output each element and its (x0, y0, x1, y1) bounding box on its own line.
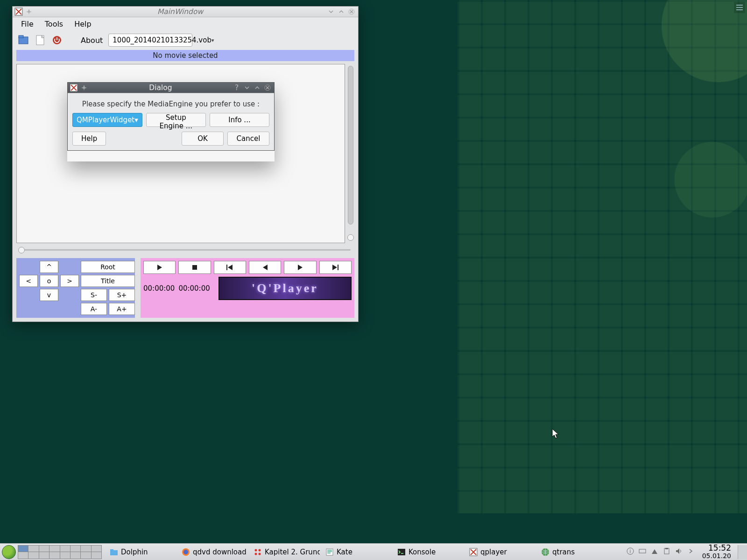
scrollbar-handle[interactable] (347, 234, 354, 241)
scrollbar-thumb[interactable] (348, 66, 353, 224)
x-icon (469, 548, 478, 556)
svg-point-15 (255, 549, 257, 551)
task-button-5[interactable]: qplayer (465, 546, 536, 559)
seek-knob[interactable] (18, 247, 25, 253)
task-button-4[interactable]: Konsole (393, 546, 464, 559)
rewind-button[interactable] (249, 261, 281, 274)
task-label: qdvd download | ... (193, 548, 248, 556)
system-tray: i (624, 547, 698, 557)
desktop-pager[interactable] (18, 545, 102, 559)
mouse-cursor (552, 428, 560, 440)
keyboard-tray-icon[interactable] (639, 547, 646, 557)
nav-ok[interactable]: o (40, 275, 58, 287)
nav-title[interactable]: Title (81, 275, 135, 287)
task-label: Dolphin (121, 548, 148, 556)
window-title: MainWindow (35, 7, 325, 16)
open-button[interactable] (16, 33, 30, 47)
forward-button[interactable] (284, 261, 316, 274)
main-titlebar[interactable]: MainWindow (13, 7, 358, 17)
menu-help[interactable]: Help (69, 18, 97, 30)
clock-time: 15:52 (702, 544, 731, 553)
clock-date: 05.01.20 (702, 553, 731, 560)
audio-plus[interactable]: A+ (109, 303, 135, 315)
task-button-6[interactable]: qtrans (537, 546, 608, 559)
chevron-down-icon: ▾ (134, 116, 138, 124)
nav-root[interactable]: Root (81, 261, 135, 273)
dialog-app-icon (70, 84, 78, 92)
ok-button[interactable]: OK (182, 132, 224, 146)
pin-icon[interactable] (26, 8, 32, 15)
engine-combobox[interactable]: QMPlayerWidget ▾ (72, 113, 142, 127)
help-button[interactable]: Help (72, 132, 106, 146)
clipboard-tray-icon[interactable] (663, 547, 670, 557)
application-launcher[interactable] (2, 545, 16, 559)
shade-up-icon[interactable] (253, 83, 262, 92)
play-button[interactable] (143, 261, 176, 274)
pin-icon[interactable] (81, 84, 87, 91)
stop-button[interactable] (178, 261, 211, 274)
file-combobox[interactable]: 1000_20140210133254.vob ▾ (108, 34, 192, 47)
tray-expand-icon[interactable] (687, 547, 695, 557)
nav-right[interactable]: > (60, 275, 79, 287)
svg-rect-25 (639, 549, 646, 553)
task-button-3[interactable]: Kate (321, 546, 392, 559)
chevron-down-icon: ▾ (211, 37, 214, 43)
close-icon[interactable] (263, 83, 272, 92)
dialog-title: Dialog (90, 84, 231, 92)
close-icon[interactable] (347, 7, 356, 16)
cancel-button[interactable]: Cancel (227, 132, 269, 146)
info-tray-icon[interactable]: i (627, 547, 634, 557)
nav-down[interactable]: v (40, 289, 58, 301)
playback-panel: 00:00:00 00:00:00 'Q'Player (141, 258, 354, 318)
info-button[interactable]: Info ... (210, 113, 269, 127)
prev-button[interactable] (214, 261, 246, 274)
subtitle-plus[interactable]: S+ (109, 289, 135, 301)
help-icon[interactable]: ? (232, 83, 241, 92)
wallpaper-decoration (458, 0, 747, 513)
setup-engine-button[interactable]: Setup Engine ... (146, 113, 206, 127)
shade-down-icon[interactable] (242, 83, 252, 92)
clock[interactable]: 15:52 05.01.20 (698, 544, 736, 560)
maximize-icon[interactable] (337, 7, 346, 16)
menu-file[interactable]: File (15, 18, 39, 30)
svg-rect-6 (192, 265, 197, 270)
nav-left[interactable]: < (19, 275, 38, 287)
dialog-titlebar[interactable]: Dialog ? (68, 83, 274, 93)
network-tray-icon[interactable] (651, 547, 658, 557)
svg-rect-20 (398, 549, 405, 555)
menu-tools[interactable]: Tools (39, 18, 69, 30)
svg-point-14 (183, 550, 188, 554)
kate-icon (325, 548, 334, 556)
task-label: Konsole (409, 548, 436, 556)
vertical-scrollbar[interactable] (347, 64, 354, 243)
menubar: File Tools Help (13, 17, 358, 30)
status-banner: No movie selected (16, 50, 354, 61)
task-label: qtrans (552, 548, 575, 556)
taskbar: Dolphinqdvd download | ...Kapitel 2. Gru… (0, 543, 747, 560)
svg-rect-3 (19, 35, 23, 38)
svg-rect-12 (110, 549, 113, 551)
task-button-0[interactable]: Dolphin (106, 546, 176, 559)
nav-up[interactable]: ^ (40, 261, 58, 273)
seek-slider[interactable] (16, 246, 354, 253)
svg-rect-27 (665, 548, 668, 549)
audio-minus[interactable]: A- (81, 303, 107, 315)
dialog-message: Please specify the MediaEngine you prefe… (72, 100, 269, 108)
player-logo: 'Q'Player (218, 277, 352, 300)
dots-icon (254, 548, 262, 556)
minimize-icon[interactable] (326, 7, 336, 16)
globe-icon (541, 548, 550, 556)
task-button-1[interactable]: qdvd download | ... (177, 546, 248, 559)
task-button-2[interactable]: Kapitel 2. Grundl... (249, 546, 320, 559)
show-desktop-button[interactable] (738, 545, 747, 559)
plasma-menu-button[interactable] (734, 2, 745, 13)
power-button[interactable] (50, 33, 64, 47)
task-label: Kapitel 2. Grundl... (265, 548, 320, 556)
subtitle-minus[interactable]: S- (81, 289, 107, 301)
main-window: MainWindow File Tools Help About 1000_20… (12, 6, 359, 322)
next-button[interactable] (319, 261, 352, 274)
firefox-icon (182, 548, 190, 556)
volume-tray-icon[interactable] (675, 547, 683, 557)
new-button[interactable] (33, 33, 47, 47)
about-label[interactable]: About (81, 36, 103, 45)
